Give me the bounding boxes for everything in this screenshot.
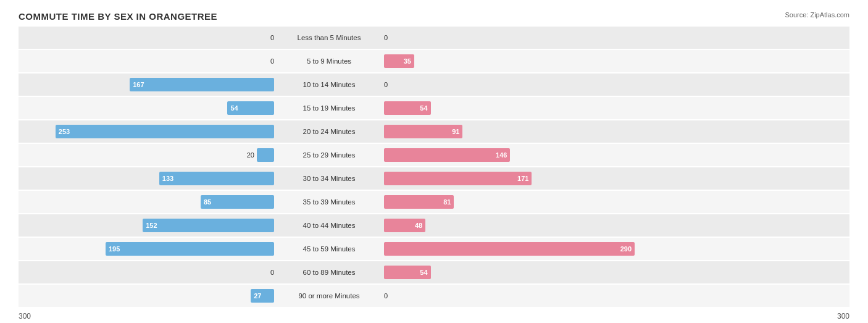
right-section: 171 (380, 167, 640, 190)
male-value-inside: 133 (159, 175, 173, 182)
female-value-inside: 290 (620, 245, 635, 253)
male-value-inside: 85 (201, 198, 211, 206)
left-section: 27 (19, 285, 278, 307)
left-section: 133 (19, 167, 278, 190)
female-value-zero: 0 (384, 292, 388, 300)
male-value-inside: 27 (251, 292, 261, 300)
row-label: 5 to 9 Minutes (278, 57, 380, 65)
female-value-inside: 54 (420, 269, 430, 276)
male-value-outside: 20 (247, 151, 254, 159)
female-bar: 54 (384, 101, 431, 115)
table-row: 5415 to 19 Minutes54 (19, 97, 849, 119)
male-bar: 27 (251, 289, 274, 303)
female-bar: 81 (384, 195, 454, 209)
male-bar: 253 (56, 125, 274, 138)
female-value-zero: 0 (384, 81, 388, 88)
male-bar: 152 (143, 219, 274, 232)
female-value-inside: 91 (452, 128, 462, 135)
axis-bottom: 300 300 (19, 312, 849, 321)
row-label: 30 to 34 Minutes (278, 175, 380, 182)
male-value-inside: 152 (143, 222, 157, 229)
table-row: 05 to 9 Minutes35 (19, 50, 849, 72)
left-section: 0 (19, 261, 278, 283)
male-bar: 133 (159, 172, 274, 185)
female-bar: 54 (384, 266, 431, 279)
chart-title: COMMUTE TIME BY SEX IN ORANGETREE (19, 11, 849, 22)
female-value-inside: 35 (404, 57, 414, 65)
table-row: 060 to 89 Minutes54 (19, 261, 849, 283)
row-label: 45 to 59 Minutes (278, 245, 380, 253)
female-bar: 48 (384, 219, 425, 232)
female-value-inside: 171 (517, 175, 532, 182)
right-section: 0 (380, 73, 640, 96)
right-section: 0 (380, 27, 640, 49)
table-row: 8535 to 39 Minutes81 (19, 191, 849, 213)
right-section: 91 (380, 120, 640, 143)
male-bar: 54 (227, 101, 274, 115)
male-bar: 167 (130, 78, 274, 91)
source-text: Source: ZipAtlas.com (785, 11, 849, 19)
left-section: 152 (19, 214, 278, 237)
female-value-inside: 146 (496, 151, 510, 159)
row-label: 10 to 14 Minutes (278, 81, 380, 88)
male-value-inside: 253 (56, 128, 70, 135)
female-value-inside: 81 (443, 198, 454, 206)
right-section: 146 (380, 144, 640, 166)
left-section: 85 (19, 191, 278, 213)
table-row: 13330 to 34 Minutes171 (19, 167, 849, 190)
chart-container: COMMUTE TIME BY SEX IN ORANGETREE Source… (0, 0, 868, 323)
table-row: 16710 to 14 Minutes0 (19, 73, 849, 96)
table-row: 15240 to 44 Minutes48 (19, 214, 849, 237)
left-section: 20 (19, 144, 278, 166)
female-bar: 91 (384, 125, 462, 138)
male-value-inside: 167 (130, 81, 144, 88)
female-value-inside: 48 (415, 222, 425, 229)
right-section: 54 (380, 97, 640, 119)
row-label: 35 to 39 Minutes (278, 198, 380, 206)
right-section: 0 (380, 285, 640, 307)
table-row: 25320 to 24 Minutes91 (19, 120, 849, 143)
axis-right-val: 300 (837, 312, 849, 321)
row-label: 15 to 19 Minutes (278, 104, 380, 112)
left-section: 167 (19, 73, 278, 96)
male-bar: 85 (201, 195, 274, 209)
female-bar: 146 (384, 148, 510, 162)
male-value-zero: 0 (270, 57, 274, 65)
left-section: 0 (19, 50, 278, 72)
left-section: 253 (19, 120, 278, 143)
row-label: 25 to 29 Minutes (278, 151, 380, 159)
right-section: 35 (380, 50, 640, 72)
row-label: 60 to 89 Minutes (278, 269, 380, 276)
female-bar: 171 (384, 172, 532, 185)
male-value-zero: 0 (270, 34, 274, 41)
chart-area: 0Less than 5 Minutes005 to 9 Minutes3516… (19, 27, 849, 308)
female-value-zero: 0 (384, 34, 388, 41)
male-bar (257, 148, 274, 162)
axis-left-val: 300 (19, 312, 31, 321)
row-label: Less than 5 Minutes (278, 34, 380, 41)
right-section: 290 (380, 238, 640, 260)
right-section: 54 (380, 261, 640, 283)
left-section: 195 (19, 238, 278, 260)
male-bar: 195 (106, 242, 274, 256)
right-section: 48 (380, 214, 640, 237)
male-value-zero: 0 (270, 269, 274, 276)
female-value-inside: 54 (420, 104, 430, 112)
table-row: 2790 or more Minutes0 (19, 285, 849, 307)
male-value-inside: 195 (106, 245, 120, 253)
table-row: 2025 to 29 Minutes146 (19, 144, 849, 166)
row-label: 20 to 24 Minutes (278, 128, 380, 135)
female-bar: 290 (384, 242, 635, 256)
left-section: 0 (19, 27, 278, 49)
male-value-inside: 54 (227, 104, 238, 112)
left-section: 54 (19, 97, 278, 119)
table-row: 19545 to 59 Minutes290 (19, 238, 849, 260)
table-row: 0Less than 5 Minutes0 (19, 27, 849, 49)
right-section: 81 (380, 191, 640, 213)
female-bar: 35 (384, 54, 414, 68)
row-label: 90 or more Minutes (278, 292, 380, 300)
row-label: 40 to 44 Minutes (278, 222, 380, 229)
